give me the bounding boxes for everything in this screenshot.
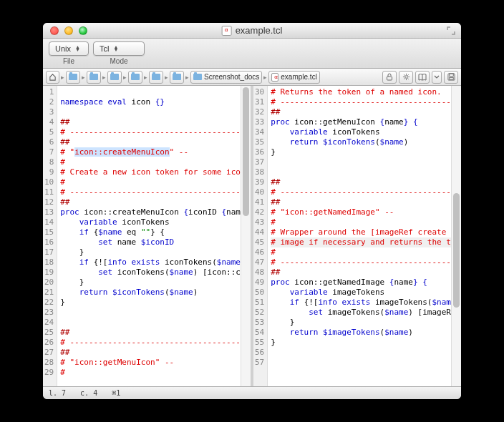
- folder-icon: [193, 74, 202, 80]
- path-segment[interactable]: [87, 71, 101, 84]
- folder-icon: [89, 74, 98, 80]
- svg-rect-0: [387, 77, 392, 80]
- mode-popup[interactable]: Tcl ▲▼: [93, 41, 145, 56]
- mode-popup-value: Tcl: [100, 44, 109, 53]
- path-segment[interactable]: [170, 71, 184, 84]
- path-segment[interactable]: [128, 71, 142, 84]
- path-segment[interactable]: [66, 71, 80, 84]
- title-text: example.tcl: [236, 25, 283, 36]
- titlebar[interactable]: example.tcl: [43, 23, 461, 39]
- separator-icon: ▸: [61, 74, 64, 81]
- close-button[interactable]: [50, 26, 59, 35]
- folder-icon: [110, 74, 119, 80]
- file-popup-value: Unix: [55, 44, 71, 53]
- toolbar: Unix ▲▼ File Tcl ▲▼ Mode: [43, 39, 461, 69]
- folder-icon: [152, 74, 160, 80]
- svg-point-1: [404, 76, 407, 79]
- folder-icon: [131, 74, 140, 80]
- lock-button[interactable]: [382, 71, 397, 84]
- cursor-col: c. 4: [80, 389, 97, 397]
- folder-icon: [173, 74, 181, 80]
- svg-rect-4: [449, 77, 453, 79]
- file-popup-label: File: [63, 57, 74, 65]
- status-bar: l. 7 c. 4 ⌘1: [43, 386, 461, 399]
- folder-icon: [69, 74, 77, 80]
- editor-area: 1234567891011121314151617181920212223242…: [43, 86, 461, 386]
- book-button[interactable]: [415, 71, 430, 84]
- cursor-line: l. 7: [49, 389, 66, 397]
- home-button[interactable]: [46, 71, 59, 84]
- svg-rect-3: [449, 74, 453, 77]
- vertical-scrollbar[interactable]: [451, 86, 461, 386]
- save-button[interactable]: [444, 71, 458, 84]
- path-segment[interactable]: [107, 71, 122, 84]
- path-segment-screenshots[interactable]: Screenshot_docs: [190, 71, 262, 84]
- zoom-button[interactable]: [79, 26, 87, 35]
- path-segment[interactable]: [149, 71, 163, 84]
- path-segment-file[interactable]: example.tcl: [268, 71, 320, 84]
- file-format-popup[interactable]: Unix ▲▼: [49, 41, 89, 56]
- dropdown-button[interactable]: [432, 71, 442, 84]
- line-gutter: 3031323334353637383940414243444546474849…: [253, 86, 268, 386]
- code-content[interactable]: # Returns the token of a named icon. # -…: [268, 86, 461, 386]
- minimize-button[interactable]: [64, 26, 73, 35]
- path-bar: ▸ ▸ ▸ ▸ ▸ ▸ ▸ Screenshot_docs ▸ example.…: [43, 69, 461, 86]
- editor-window: example.tcl Unix ▲▼ File Tcl ▲▼ Mode ▸ ▸: [43, 23, 461, 399]
- document-icon: [222, 26, 232, 36]
- fullscreen-icon[interactable]: [447, 26, 455, 35]
- code-content[interactable]: namespace eval icon {} ## # ------------…: [57, 86, 251, 386]
- window-title: example.tcl: [222, 25, 283, 36]
- vertical-scrollbar[interactable]: [241, 86, 251, 386]
- right-pane[interactable]: 3031323334353637383940414243444546474849…: [251, 86, 461, 386]
- gear-button[interactable]: [399, 71, 413, 84]
- document-icon: [271, 73, 278, 82]
- mode-popup-label: Mode: [110, 57, 127, 65]
- window-controls: [50, 26, 87, 35]
- line-gutter: 1234567891011121314151617181920212223242…: [43, 86, 57, 386]
- left-pane[interactable]: 1234567891011121314151617181920212223242…: [43, 86, 251, 386]
- status-extra: ⌘1: [112, 389, 120, 397]
